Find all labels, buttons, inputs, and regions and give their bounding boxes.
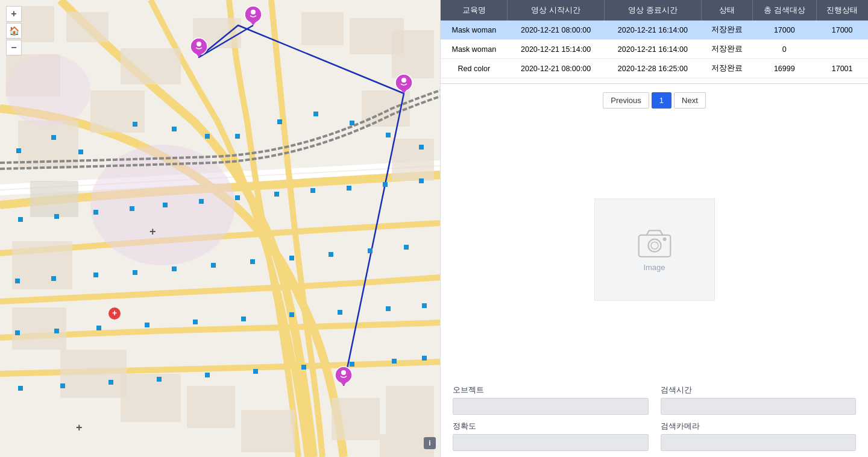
object-input[interactable] — [453, 398, 649, 415]
svg-text:+: + — [149, 225, 156, 238]
svg-rect-13 — [392, 30, 434, 78]
image-label: Image — [643, 263, 665, 272]
svg-rect-78 — [301, 365, 306, 370]
svg-rect-11 — [301, 12, 344, 45]
svg-rect-59 — [329, 252, 333, 257]
svg-rect-58 — [289, 256, 294, 260]
svg-rect-48 — [347, 186, 351, 191]
svg-rect-43 — [163, 203, 168, 207]
svg-rect-28 — [51, 135, 56, 140]
svg-rect-21 — [241, 410, 295, 452]
table-header-row: 교육명 영상 시작시간 영상 종료시간 상태 총 검색대상 진행상태 — [441, 0, 868, 20]
svg-rect-57 — [250, 259, 255, 264]
svg-rect-20 — [187, 386, 235, 428]
map-canvas: + i + + — [0, 0, 440, 457]
svg-text:+: + — [112, 308, 117, 318]
table-cell: 2020-12-21 16:14:00 — [604, 40, 701, 59]
table-row[interactable]: Mask woman2020-12-21 08:00:002020-12-21 … — [441, 20, 868, 40]
table-cell: 2020-12-21 16:14:00 — [604, 20, 701, 40]
col-header-total: 총 검색대상 — [752, 0, 816, 20]
search-camera-field-group: 검색카메라 — [661, 421, 857, 451]
zoom-out-button[interactable]: − — [6, 40, 22, 55]
svg-point-93 — [341, 370, 346, 375]
svg-rect-71 — [422, 303, 427, 308]
svg-rect-15 — [392, 139, 434, 181]
svg-rect-73 — [60, 383, 65, 388]
table-cell: 17000 — [752, 20, 816, 40]
svg-rect-60 — [368, 248, 373, 253]
previous-button[interactable]: Previous — [603, 92, 649, 109]
svg-rect-27 — [16, 148, 21, 153]
accuracy-input[interactable] — [453, 434, 649, 451]
next-button[interactable]: Next — [674, 92, 706, 109]
svg-rect-53 — [93, 273, 98, 277]
svg-rect-45 — [235, 195, 240, 200]
svg-rect-49 — [383, 182, 388, 187]
svg-rect-19 — [121, 374, 181, 422]
table-cell: 저장완료 — [701, 20, 752, 40]
svg-rect-65 — [145, 323, 149, 327]
svg-rect-66 — [193, 320, 198, 324]
svg-rect-68 — [289, 312, 294, 317]
search-camera-input[interactable] — [661, 434, 857, 451]
svg-rect-38 — [419, 145, 424, 150]
home-button[interactable]: 🏠 — [6, 23, 22, 39]
svg-rect-34 — [277, 119, 282, 124]
accuracy-field-group: 정확도 — [453, 421, 649, 451]
svg-rect-77 — [253, 369, 258, 374]
svg-rect-4 — [66, 12, 108, 42]
zoom-in-button[interactable]: + — [6, 6, 22, 22]
col-header-status: 상태 — [701, 0, 752, 20]
table-cell: Red color — [441, 59, 508, 78]
camera-icon — [637, 228, 673, 258]
svg-rect-35 — [313, 112, 318, 116]
svg-rect-39 — [18, 217, 23, 222]
table-divider — [441, 83, 868, 84]
table-row[interactable]: Red color2020-12-21 08:00:002020-12-28 1… — [441, 59, 868, 78]
svg-point-101 — [648, 239, 661, 251]
table-cell: 저장완료 — [701, 59, 752, 78]
col-header-name: 교육명 — [441, 0, 508, 20]
svg-rect-80 — [392, 359, 397, 364]
table-cell: 저장완료 — [701, 40, 752, 59]
svg-point-26 — [6, 54, 90, 127]
svg-rect-61 — [404, 245, 409, 250]
search-camera-label: 검색카메라 — [661, 421, 857, 432]
svg-rect-31 — [172, 127, 177, 131]
svg-rect-64 — [96, 326, 101, 330]
table-cell: 2020-12-28 16:25:00 — [604, 59, 701, 78]
table-cell: 17000 — [816, 20, 868, 40]
search-time-field-group: 검색시간 — [661, 385, 857, 415]
table-cell: Mask woman — [441, 40, 508, 59]
table-cell: 16999 — [752, 59, 816, 78]
data-table: 교육명 영상 시작시간 영상 종료시간 상태 총 검색대상 진행상태 Mask … — [441, 0, 868, 78]
image-placeholder: Image — [594, 198, 715, 301]
svg-rect-32 — [205, 134, 210, 139]
object-label: 오브젝트 — [453, 385, 649, 396]
svg-rect-46 — [274, 192, 279, 197]
image-section: Image — [441, 115, 868, 385]
svg-point-103 — [662, 237, 666, 241]
svg-rect-23 — [386, 386, 434, 434]
svg-rect-56 — [211, 263, 216, 268]
svg-rect-55 — [172, 266, 177, 271]
svg-rect-7 — [30, 181, 78, 217]
svg-rect-42 — [130, 206, 134, 211]
col-header-progress: 진행상태 — [816, 0, 868, 20]
svg-rect-75 — [157, 377, 162, 382]
table-row[interactable]: Mask woman2020-12-21 15:14:002020-12-21 … — [441, 40, 868, 59]
svg-rect-81 — [422, 356, 427, 361]
svg-rect-29 — [78, 150, 83, 154]
svg-point-87 — [197, 42, 201, 46]
svg-text:+: + — [76, 421, 83, 433]
table-cell — [816, 40, 868, 59]
svg-rect-63 — [54, 329, 59, 333]
page-1-button[interactable]: 1 — [652, 92, 671, 109]
svg-rect-72 — [18, 386, 23, 391]
accuracy-label: 정확도 — [453, 421, 649, 432]
svg-rect-40 — [54, 214, 59, 219]
svg-rect-36 — [350, 121, 354, 125]
search-time-input[interactable] — [661, 398, 857, 415]
svg-rect-16 — [12, 241, 72, 289]
svg-rect-79 — [350, 362, 354, 367]
